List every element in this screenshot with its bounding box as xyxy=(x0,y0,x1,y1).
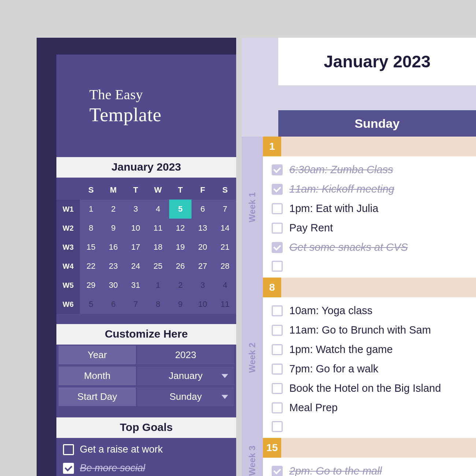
mini-cal-day[interactable]: 7 xyxy=(124,295,147,314)
mini-cal-day[interactable]: 26 xyxy=(169,257,191,276)
mini-cal-day[interactable]: 29 xyxy=(80,276,102,295)
mini-cal-day[interactable]: 12 xyxy=(169,219,191,238)
mini-cal-day[interactable]: 3 xyxy=(191,276,214,295)
checkbox-icon[interactable] xyxy=(272,184,283,195)
task-text: 11am: Kickoff meeting xyxy=(289,183,394,195)
mini-cal-day[interactable]: 16 xyxy=(102,238,124,257)
mini-cal-day[interactable]: 19 xyxy=(169,238,191,257)
checkbox-icon[interactable] xyxy=(272,261,283,272)
mini-cal-day[interactable]: 2 xyxy=(169,276,191,295)
customize-value-month[interactable]: January xyxy=(137,367,234,385)
mini-cal-week-label: W6 xyxy=(56,295,80,314)
checkbox-icon[interactable] xyxy=(272,305,283,316)
goal-item[interactable]: Be more social xyxy=(56,459,236,476)
mini-cal-dow: W xyxy=(147,181,169,200)
checkbox-icon[interactable] xyxy=(272,383,283,394)
mini-cal-day[interactable]: 10 xyxy=(191,295,214,314)
day-number-badge[interactable]: 15 xyxy=(263,438,281,458)
task-row[interactable]: 10am: Yoga class xyxy=(263,301,476,320)
customize-value-year[interactable]: 2023 xyxy=(137,346,234,364)
task-row[interactable]: Get some snacks at CVS xyxy=(263,238,476,257)
task-row[interactable]: 1pm: Eat with Julia xyxy=(263,199,476,218)
mini-cal-day[interactable]: 9 xyxy=(169,295,191,314)
day-number-badge[interactable]: 8 xyxy=(263,278,281,297)
checkbox-icon[interactable] xyxy=(272,223,283,234)
mini-cal-day[interactable]: 13 xyxy=(191,219,214,238)
mini-cal-day[interactable]: 20 xyxy=(191,238,214,257)
week-label: Week 3 xyxy=(242,438,263,476)
task-row[interactable]: Meal Prep xyxy=(263,398,476,417)
mini-cal-day[interactable]: 7 xyxy=(214,200,236,219)
task-text: 6:30am: Zumba Class xyxy=(289,164,393,176)
mini-cal-day[interactable]: 15 xyxy=(80,238,102,257)
task-row[interactable]: 11am: Go to Brunch with Sam xyxy=(263,320,476,340)
mini-cal-week-label: W4 xyxy=(56,257,80,276)
customize-section: Year2023MonthJanuaryStart DaySunday xyxy=(56,345,236,407)
mini-cal-day[interactable]: 8 xyxy=(147,295,169,314)
week-label: Week 2 xyxy=(242,278,263,438)
mini-cal-day[interactable]: 31 xyxy=(124,276,147,295)
mini-cal-day[interactable]: 11 xyxy=(214,295,236,314)
mini-cal-title: January 2023 xyxy=(56,157,236,178)
mini-cal-week-label: W2 xyxy=(56,219,80,238)
mini-cal-week-label: W1 xyxy=(56,200,80,219)
brand-line2: Template xyxy=(89,104,236,126)
task-row[interactable]: 1pm: Watch the game xyxy=(263,340,476,359)
customize-label: Year xyxy=(59,346,136,364)
task-row[interactable] xyxy=(263,257,476,275)
checkbox-icon[interactable] xyxy=(272,466,283,476)
mini-cal-day[interactable]: 25 xyxy=(147,257,169,276)
mini-cal-day[interactable]: 8 xyxy=(80,219,102,238)
customize-value-start-day[interactable]: Sunday xyxy=(137,387,234,406)
mini-cal-day[interactable]: 1 xyxy=(147,276,169,295)
mini-cal-day[interactable]: 4 xyxy=(214,276,236,295)
mini-cal-day[interactable]: 6 xyxy=(191,200,214,219)
goal-label: Be more social xyxy=(80,462,145,474)
task-row[interactable]: Book the Hotel on the Big Island xyxy=(263,379,476,398)
mini-cal-day[interactable]: 9 xyxy=(102,219,124,238)
checkbox-icon[interactable] xyxy=(272,164,283,175)
mini-cal-day[interactable]: 30 xyxy=(102,276,124,295)
checkbox-icon[interactable] xyxy=(272,242,283,253)
mini-cal-day[interactable]: 14 xyxy=(214,219,236,238)
checkbox-icon[interactable] xyxy=(272,344,283,355)
mini-cal-day[interactable]: 21 xyxy=(214,238,236,257)
customize-label: Month xyxy=(59,367,136,385)
mini-cal-day[interactable]: 17 xyxy=(124,238,147,257)
task-row[interactable]: 6:30am: Zumba Class xyxy=(263,160,476,179)
mini-cal-day[interactable]: 3 xyxy=(124,200,147,219)
checkbox-icon[interactable] xyxy=(272,203,283,214)
mini-cal-dow: S xyxy=(80,181,102,200)
goal-item[interactable]: Get a raise at work xyxy=(56,440,236,459)
mini-cal-day[interactable]: 11 xyxy=(147,219,169,238)
checkbox-icon[interactable] xyxy=(272,325,283,336)
mini-cal-day[interactable]: 6 xyxy=(102,295,124,314)
task-row[interactable]: 11am: Kickoff meeting xyxy=(263,179,476,199)
checkbox-icon[interactable] xyxy=(63,463,74,474)
day-number-badge[interactable]: 1 xyxy=(263,137,281,156)
checkbox-icon[interactable] xyxy=(63,444,74,455)
checkbox-icon[interactable] xyxy=(272,402,283,413)
mini-cal-day[interactable]: 5 xyxy=(169,200,191,219)
mini-cal-day[interactable]: 24 xyxy=(124,257,147,276)
mini-cal-day[interactable]: 27 xyxy=(191,257,214,276)
task-text: 2pm: Go to the mall xyxy=(289,465,382,476)
mini-cal-day[interactable]: 1 xyxy=(80,200,102,219)
mini-cal-day[interactable]: 22 xyxy=(80,257,102,276)
mini-cal-day[interactable]: 23 xyxy=(102,257,124,276)
checkbox-icon[interactable] xyxy=(272,364,283,375)
task-row[interactable]: 2pm: Go to the mall xyxy=(263,461,476,476)
task-row[interactable]: Pay Rent xyxy=(263,218,476,238)
task-row[interactable]: 7pm: Go for a walk xyxy=(263,359,476,379)
mini-cal-day[interactable]: 18 xyxy=(147,238,169,257)
task-text: Meal Prep xyxy=(289,402,338,414)
mini-cal-day[interactable]: 28 xyxy=(214,257,236,276)
mini-cal-day[interactable]: 5 xyxy=(80,295,102,314)
checkbox-icon[interactable] xyxy=(272,421,283,432)
mini-cal-day[interactable]: 10 xyxy=(124,219,147,238)
task-text: 11am: Go to Brunch with Sam xyxy=(289,324,431,336)
mini-cal-day[interactable]: 4 xyxy=(147,200,169,219)
task-text: 1pm: Eat with Julia xyxy=(289,202,378,215)
task-row[interactable] xyxy=(263,417,476,436)
mini-cal-day[interactable]: 2 xyxy=(102,200,124,219)
